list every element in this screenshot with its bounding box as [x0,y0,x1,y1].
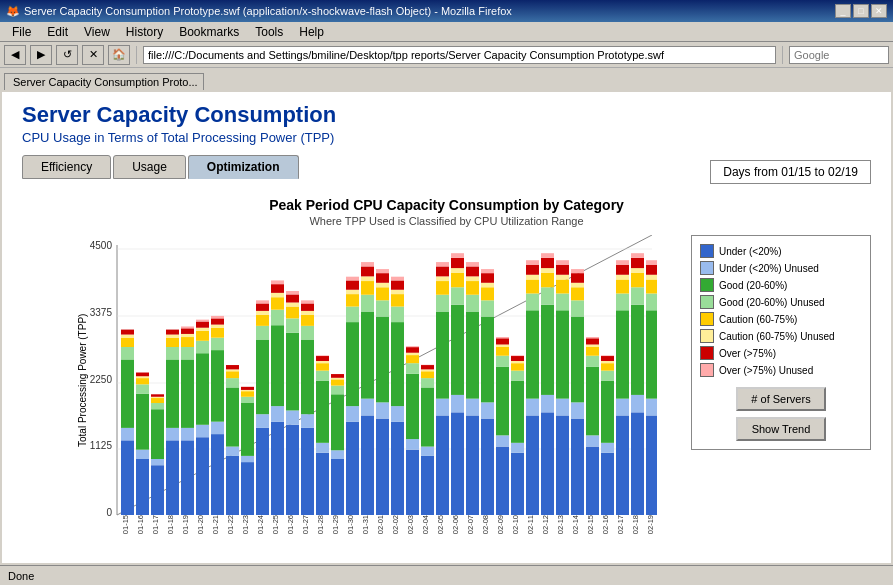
svg-rect-120 [316,361,329,363]
search-box[interactable] [789,46,889,64]
tab-optimization[interactable]: Optimization [188,155,299,179]
home-button[interactable]: 🏠 [108,45,130,65]
svg-rect-115 [316,453,329,515]
svg-rect-173 [421,387,434,446]
chart-with-axes: Total Processing Power (TPP) 4500 3375 2… [77,235,681,548]
svg-rect-185 [436,266,449,276]
legend-label-over: Over (>75%) [719,348,776,359]
tab-efficiency[interactable]: Efficiency [22,155,111,179]
x-labels-group: 01-1501-1601-1701-1801-1901-2001-2101-22… [121,515,655,534]
svg-rect-46 [181,347,194,359]
legend-label-good-unused: Good (20-60%) Unused [719,297,825,308]
forward-button[interactable]: ▶ [30,45,52,65]
svg-rect-202 [466,262,479,266]
svg-text:01-24: 01-24 [256,515,265,534]
bars-group [121,253,657,515]
menu-edit[interactable]: Edit [39,23,76,41]
svg-rect-56 [196,328,209,331]
svg-rect-20 [136,450,149,459]
tab-usage[interactable]: Usage [113,155,186,179]
svg-rect-174 [421,378,434,387]
reload-button[interactable]: ↺ [56,45,78,65]
menu-bookmarks[interactable]: Bookmarks [171,23,247,41]
svg-rect-148 [376,402,389,418]
svg-rect-111 [301,315,314,326]
svg-rect-237 [541,305,554,395]
menu-help[interactable]: Help [291,23,332,41]
svg-rect-12 [121,428,134,440]
svg-rect-71 [226,371,239,378]
svg-rect-256 [571,283,584,287]
svg-rect-49 [181,328,194,334]
svg-rect-266 [586,337,599,338]
minimize-button[interactable]: _ [835,4,851,18]
close-button[interactable]: ✕ [871,4,887,18]
num-servers-button[interactable]: # of Servers [736,387,826,411]
browser-tab-bar: Server Capacity Consumption Proto... ✕ [0,68,893,90]
svg-rect-192 [451,268,464,273]
date-range-display: Days from 01/15 to 02/19 [710,160,871,184]
svg-rect-295 [646,279,657,293]
svg-rect-290 [631,253,644,258]
svg-rect-168 [406,353,419,355]
svg-rect-198 [466,295,479,312]
svg-rect-228 [526,399,539,416]
svg-rect-110 [301,326,314,340]
svg-rect-73 [226,365,239,369]
svg-rect-176 [421,369,434,371]
svg-rect-133 [346,322,359,406]
status-bar: Done [0,565,893,585]
svg-rect-292 [646,399,657,416]
title-bar-text: 🦊 Server Capacity Consumption Prototype.… [6,5,512,18]
menu-tools[interactable]: Tools [247,23,291,41]
svg-rect-286 [631,287,644,304]
address-bar[interactable] [143,46,776,64]
svg-rect-11 [121,440,134,515]
svg-text:01-31: 01-31 [361,515,370,534]
svg-rect-88 [256,311,269,315]
svg-rect-184 [436,276,449,281]
menu-history[interactable]: History [118,23,171,41]
menu-view[interactable]: View [76,23,118,41]
svg-rect-29 [151,409,164,459]
browser-tab[interactable]: Server Capacity Consumption Proto... ✕ [4,73,204,90]
svg-rect-165 [406,374,419,439]
svg-text:02-13: 02-13 [556,515,565,534]
svg-text:02-11: 02-11 [526,515,535,534]
chart-wrapper: Total Processing Power (TPP) 4500 3375 2… [22,235,681,548]
svg-rect-113 [301,303,314,310]
maximize-button[interactable]: □ [853,4,869,18]
svg-rect-28 [151,459,164,465]
svg-rect-191 [451,273,464,287]
svg-rect-134 [346,307,359,323]
svg-rect-91 [271,422,284,515]
svg-rect-135 [346,294,359,306]
svg-rect-75 [241,462,254,515]
show-trend-button[interactable]: Show Trend [736,417,826,441]
svg-text:01-30: 01-30 [346,515,355,534]
svg-rect-53 [196,353,209,425]
svg-rect-203 [481,419,494,515]
svg-rect-154 [376,269,389,273]
nav-row: Efficiency Usage Optimization Days from … [22,155,871,189]
legend-swatch-over-unused [700,363,714,377]
svg-rect-267 [601,453,614,515]
legend-item-caution: Caution (60-75%) [700,312,862,326]
svg-rect-218 [496,337,509,338]
svg-text:01-21: 01-21 [211,515,220,534]
stop-button[interactable]: ✕ [82,45,104,65]
svg-rect-104 [286,303,299,307]
svg-rect-36 [166,428,179,440]
svg-rect-119 [316,363,329,370]
legend-item-good-unused: Good (20-60%) Unused [700,295,862,309]
menu-file[interactable]: File [4,23,39,41]
svg-rect-65 [211,318,224,324]
svg-text:02-19: 02-19 [646,515,655,534]
svg-rect-172 [421,447,434,456]
toolbar-divider [136,46,137,64]
legend-actions: # of Servers Show Trend [700,387,862,441]
svg-rect-278 [616,293,629,310]
tab-close-icon[interactable]: ✕ [202,77,204,87]
svg-text:02-03: 02-03 [406,515,415,534]
back-button[interactable]: ◀ [4,45,26,65]
